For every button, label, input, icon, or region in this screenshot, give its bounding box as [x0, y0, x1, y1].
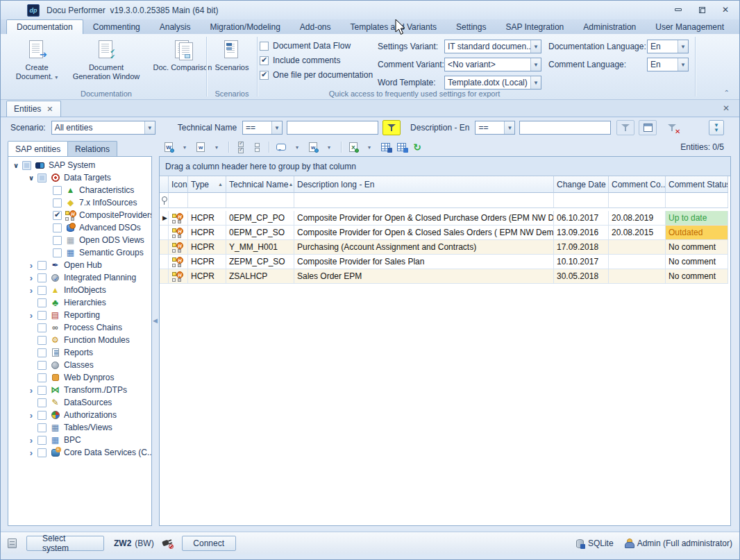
open-word-dropdown[interactable]: ▾: [210, 140, 224, 154]
column-header-icon[interactable]: Icon: [169, 176, 188, 193]
checkbox[interactable]: [37, 286, 47, 295]
tree-item-infoobjects[interactable]: ▲InfoObjects: [8, 284, 151, 296]
description-input[interactable]: [519, 121, 611, 135]
restore-button[interactable]: [696, 5, 707, 15]
uncheck-all-button[interactable]: [250, 140, 264, 154]
checkbox[interactable]: [53, 248, 62, 257]
tree-item-advanced-dsos[interactable]: Advanced DSOs: [8, 221, 151, 234]
documentation-language-combo[interactable]: En ▼: [647, 40, 689, 53]
checkbox[interactable]: [37, 323, 47, 332]
checkbox[interactable]: [37, 348, 47, 357]
technical-name-input[interactable]: [287, 121, 378, 135]
scenario-combo[interactable]: All entities ▼: [51, 121, 155, 135]
expander-icon[interactable]: [26, 173, 36, 183]
chevron-down-icon[interactable]: ▼: [504, 121, 514, 134]
tree-item-web-dynpros[interactable]: Web Dynpros: [8, 371, 151, 384]
open-word-document-button[interactable]: w: [194, 140, 208, 154]
tab-relations[interactable]: Relations: [67, 141, 117, 156]
collapse-ribbon-icon[interactable]: ⌃: [724, 89, 730, 96]
expander-icon[interactable]: [26, 385, 36, 396]
checkbox[interactable]: [53, 223, 62, 232]
filter-cell[interactable]: [609, 193, 666, 208]
tree-item-7x-infosources[interactable]: ◆7.x InfoSources: [8, 196, 151, 209]
create-document-button[interactable]: ➔ Create Document. ▾: [10, 37, 63, 82]
tree-item-core-data-services[interactable]: Core Data Services (C...: [8, 446, 151, 459]
apply-filter-button[interactable]: [382, 120, 401, 135]
tree-item-data-targets[interactable]: Data Targets: [8, 171, 151, 184]
filter-cell[interactable]: [666, 193, 728, 208]
description-operator-combo[interactable]: == ▼: [475, 121, 515, 135]
expander-icon[interactable]: [26, 285, 36, 296]
system-list-icon[interactable]: [8, 538, 17, 548]
grid-row-5[interactable]: H HCPR ZSALHCP Sales Order EPM 30.05.201…: [160, 269, 730, 284]
refresh-button[interactable]: ↻: [410, 140, 424, 154]
connect-button[interactable]: Connect: [182, 536, 236, 551]
doc-comparison-button[interactable]: Doc. Comparison: [148, 37, 217, 72]
tree-item-hierarchies[interactable]: ♣Hierarchies: [8, 296, 151, 309]
checkbox[interactable]: [37, 361, 47, 370]
comment-variant-combo[interactable]: <No variant> ▼: [444, 58, 541, 71]
checkbox[interactable]: [22, 161, 31, 170]
checkbox[interactable]: [37, 436, 47, 445]
tab-user-management[interactable]: User Management: [646, 20, 734, 34]
export-excel-dropdown[interactable]: ▾: [362, 140, 376, 154]
tree-item-semantic-groups[interactable]: ▦Semantic Groups: [8, 246, 151, 259]
tree-item-open-hub[interactable]: ✒Open Hub: [8, 259, 151, 271]
grid-row-1[interactable]: ▶ H HCPR 0EPM_CP_PO Composite Provider f…: [160, 211, 730, 226]
chevron-down-icon[interactable]: ▼: [271, 121, 282, 134]
column-header-description[interactable]: Description long - En: [294, 176, 554, 193]
comment-language-combo[interactable]: En ▼: [647, 58, 689, 71]
tab-sap-entities[interactable]: SAP entities: [8, 141, 68, 156]
checkbox[interactable]: [53, 236, 62, 245]
export-excel-button[interactable]: X: [346, 140, 360, 154]
filter-cell[interactable]: [554, 193, 609, 208]
column-header-type[interactable]: Type▲: [188, 176, 226, 193]
doc-tab-entities[interactable]: Entities ✕: [6, 101, 61, 117]
filter-editor-button[interactable]: [639, 120, 657, 135]
checkbox[interactable]: [37, 386, 47, 395]
checkbox[interactable]: [37, 373, 47, 382]
load-grid-layout-button[interactable]: [394, 140, 408, 154]
checkbox-one-file-per-documentation[interactable]: One file per documentation: [260, 70, 373, 80]
tab-sap-integration[interactable]: SAP Integration: [496, 20, 573, 34]
chevron-down-icon[interactable]: ▼: [530, 40, 541, 53]
chevron-down-icon[interactable]: ▼: [678, 58, 688, 71]
checkbox[interactable]: [37, 261, 47, 270]
chevron-down-icon[interactable]: ▼: [530, 58, 541, 71]
tree-item-integrated-planning[interactable]: Integrated Planning: [8, 271, 151, 284]
document-generation-window-button[interactable]: ✔✔ Document Generation Window: [66, 37, 146, 81]
tab-commenting[interactable]: Commenting: [83, 20, 150, 34]
column-header-change-date[interactable]: Change Date: [554, 176, 609, 193]
column-header-technical-name[interactable]: Technical Name▲: [226, 176, 294, 193]
checkbox[interactable]: [37, 336, 47, 345]
tree-item-datasources[interactable]: ✎DataSources: [8, 396, 151, 409]
tree-item-reporting[interactable]: ▤Reporting: [8, 309, 151, 321]
checkbox-icon[interactable]: [260, 42, 269, 51]
close-tab-icon[interactable]: ✕: [47, 105, 53, 114]
tree-item-process-chains[interactable]: ∞Process Chains: [8, 321, 151, 334]
expander-icon[interactable]: [26, 260, 36, 271]
technical-name-operator-combo[interactable]: == ▼: [242, 121, 283, 135]
grid-row-3[interactable]: H HCPR Y_MM_H001 Purchasing (Account Ass…: [160, 240, 730, 255]
comment-word-export-button[interactable]: w: [306, 140, 320, 154]
checkbox-icon[interactable]: [260, 56, 269, 65]
tree-item-authorizations[interactable]: Authorizations: [8, 409, 151, 421]
tab-add-ons[interactable]: Add-ons: [290, 20, 341, 34]
chevron-down-icon[interactable]: ▼: [530, 76, 541, 89]
column-header-comment-date[interactable]: Comment Co...: [609, 176, 666, 193]
filter-button[interactable]: [616, 120, 634, 135]
tree-item-tables-views[interactable]: ▦Tables/Views: [8, 421, 151, 434]
filter-cell[interactable]: [188, 193, 226, 208]
checkbox[interactable]: [37, 423, 47, 432]
checkbox-include-comments[interactable]: Include comments: [260, 56, 373, 65]
tree-item-open-ods-views[interactable]: ▦Open ODS Views: [8, 234, 151, 246]
checkbox[interactable]: [37, 398, 47, 407]
group-by-panel[interactable]: Drag a column header here to group by th…: [160, 157, 730, 176]
expander-icon[interactable]: [26, 410, 36, 421]
checkbox-icon[interactable]: [260, 71, 269, 80]
checkbox[interactable]: [37, 411, 47, 420]
pane-splitter[interactable]: ◀: [152, 156, 159, 526]
check-all-button[interactable]: [234, 140, 248, 154]
tree-item-function-modules[interactable]: ⚙Function Modules: [8, 334, 151, 346]
clear-filter-button[interactable]: ✕: [662, 120, 682, 135]
